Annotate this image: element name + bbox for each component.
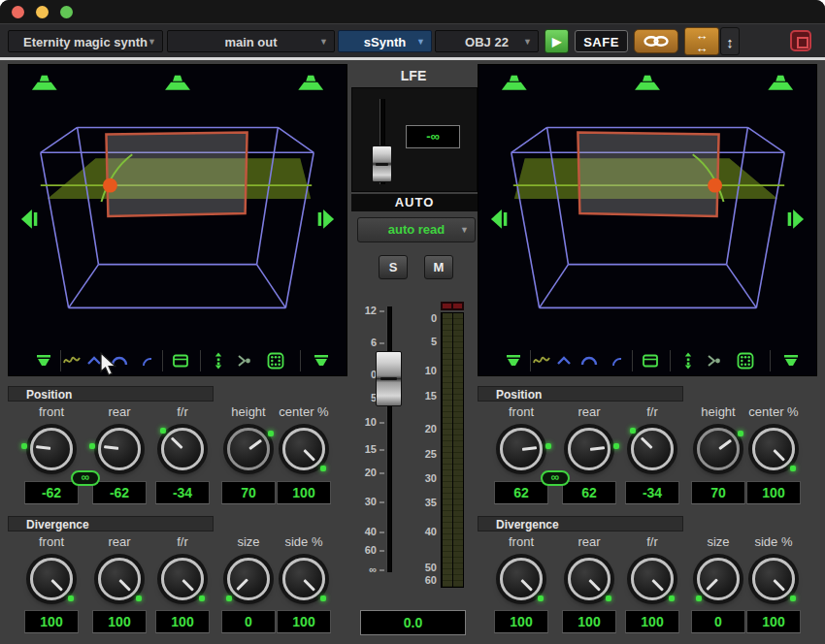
lfe-fader-handle[interactable] xyxy=(372,145,392,182)
pan-position-dot[interactable] xyxy=(103,178,117,193)
curve-icon[interactable] xyxy=(608,351,627,370)
lfe-value[interactable]: -∞ xyxy=(406,125,460,148)
solo-button[interactable]: S xyxy=(379,255,408,279)
knob-dial[interactable] xyxy=(697,558,740,600)
knob-dial[interactable] xyxy=(752,558,795,600)
grid-icon[interactable] xyxy=(736,351,755,370)
pan-view-right[interactable] xyxy=(478,64,817,376)
knob-dial[interactable] xyxy=(98,428,141,470)
knob-dial[interactable] xyxy=(631,558,674,600)
zoom-window-button[interactable] xyxy=(60,6,73,18)
height-link-button[interactable]: ↕ xyxy=(720,27,740,55)
position-center-knob[interactable] xyxy=(740,415,808,483)
main-fader-track[interactable] xyxy=(386,306,392,572)
pan-position-dot[interactable] xyxy=(708,178,722,193)
divergence-front-knob[interactable] xyxy=(17,545,85,613)
divergence-fr-knob[interactable] xyxy=(148,545,216,613)
knob-dial[interactable] xyxy=(752,428,795,470)
knob-dial[interactable] xyxy=(282,428,325,470)
divergence-fr-knob[interactable] xyxy=(618,545,686,613)
plugin-select[interactable]: sSynth ▼ xyxy=(338,30,432,52)
link-controls-button[interactable] xyxy=(634,29,678,53)
knob-dial[interactable] xyxy=(568,558,610,600)
minimize-window-button[interactable] xyxy=(36,6,49,18)
wave-icon[interactable] xyxy=(62,351,82,370)
knob-dial[interactable] xyxy=(568,428,610,470)
wave-icon[interactable] xyxy=(532,351,551,370)
instrument-select[interactable]: Eternity magic synth ▼ xyxy=(8,30,163,52)
main-fader-handle[interactable] xyxy=(376,351,402,406)
lock-box-icon[interactable] xyxy=(171,351,190,370)
arc-icon[interactable] xyxy=(579,351,599,370)
speaker-icon[interactable] xyxy=(34,351,53,370)
position-fr-knob[interactable] xyxy=(148,415,216,483)
front-rear-link-icon[interactable]: ∞ xyxy=(71,470,100,486)
knob-dial[interactable] xyxy=(631,428,674,470)
divergence-rear-knob[interactable] xyxy=(555,545,623,613)
merge-icon[interactable] xyxy=(235,351,254,370)
divergence-fr-value[interactable]: 100 xyxy=(625,610,679,633)
position-center-knob[interactable] xyxy=(270,415,338,483)
position-center-value[interactable]: 100 xyxy=(746,481,801,504)
pan-3d-scene-right[interactable] xyxy=(478,65,816,346)
knob-dial[interactable] xyxy=(282,558,325,600)
expand-vertical-icon[interactable] xyxy=(678,351,698,370)
speaker-icon[interactable] xyxy=(781,351,801,370)
speaker-icon[interactable] xyxy=(312,351,331,370)
caret-icon[interactable] xyxy=(554,351,574,370)
speaker-icon[interactable] xyxy=(504,351,523,370)
divergence-front-value[interactable]: 100 xyxy=(24,610,79,633)
lock-box-icon[interactable] xyxy=(641,351,660,370)
mute-button[interactable]: M xyxy=(424,255,453,279)
divergence-side-knob[interactable] xyxy=(270,545,338,613)
front-rear-link-icon[interactable]: ∞ xyxy=(541,470,570,486)
position-rear-value[interactable]: 62 xyxy=(562,481,616,504)
main-fader-value[interactable]: 0.0 xyxy=(360,610,466,635)
pan-view-left[interactable] xyxy=(8,64,347,376)
divergence-rear-value[interactable]: 100 xyxy=(562,610,616,633)
pan-3d-scene-left[interactable] xyxy=(9,65,346,346)
object-select[interactable]: OBJ 22 ▼ xyxy=(435,30,539,52)
meter-clip-led[interactable] xyxy=(441,302,464,310)
target-button[interactable] xyxy=(790,30,811,51)
expand-vertical-icon[interactable] xyxy=(209,351,228,370)
position-fr-value[interactable]: -34 xyxy=(625,481,679,504)
position-height-value[interactable]: 70 xyxy=(221,481,276,504)
divergence-rear-knob[interactable] xyxy=(85,545,153,613)
knob-dial[interactable] xyxy=(697,428,740,470)
divergence-rear-value[interactable]: 100 xyxy=(92,610,147,633)
position-rear-value[interactable]: -62 xyxy=(92,481,147,504)
curve-icon[interactable] xyxy=(138,351,157,370)
knob-dial[interactable] xyxy=(30,558,73,600)
knob-dial[interactable] xyxy=(500,428,543,470)
divergence-size-value[interactable]: 0 xyxy=(221,610,276,633)
position-front-value[interactable]: -62 xyxy=(24,481,79,504)
divergence-front-knob[interactable] xyxy=(487,545,555,613)
divergence-size-value[interactable]: 0 xyxy=(691,610,745,633)
divergence-front-value[interactable]: 100 xyxy=(494,610,548,633)
divergence-side-value[interactable]: 100 xyxy=(277,610,331,633)
automation-mode-select[interactable]: auto read ▼ xyxy=(357,217,476,242)
position-center-value[interactable]: 100 xyxy=(277,481,331,504)
position-fr-knob[interactable] xyxy=(618,415,686,483)
grid-icon[interactable] xyxy=(266,351,285,370)
knob-dial[interactable] xyxy=(227,558,270,600)
knob-dial[interactable] xyxy=(161,558,204,600)
knob-dial[interactable] xyxy=(161,428,204,470)
stereo-width-button[interactable]: ↔ ↔ xyxy=(684,27,719,55)
output-select[interactable]: main out ▼ xyxy=(167,30,335,52)
knob-dial[interactable] xyxy=(227,428,270,470)
safe-button[interactable]: SAFE xyxy=(575,30,628,52)
position-fr-value[interactable]: -34 xyxy=(155,481,210,504)
divergence-side-value[interactable]: 100 xyxy=(746,610,801,633)
divergence-fr-value[interactable]: 100 xyxy=(155,610,210,633)
knob-dial[interactable] xyxy=(98,558,141,600)
position-height-value[interactable]: 70 xyxy=(691,481,745,504)
knob-dial[interactable] xyxy=(500,558,543,600)
knob-dial[interactable] xyxy=(30,428,73,470)
position-front-value[interactable]: 62 xyxy=(494,481,548,504)
divergence-side-knob[interactable] xyxy=(740,545,808,613)
automation-enable-button[interactable]: ▶ xyxy=(544,29,569,53)
close-window-button[interactable] xyxy=(12,6,24,18)
merge-icon[interactable] xyxy=(705,351,724,370)
